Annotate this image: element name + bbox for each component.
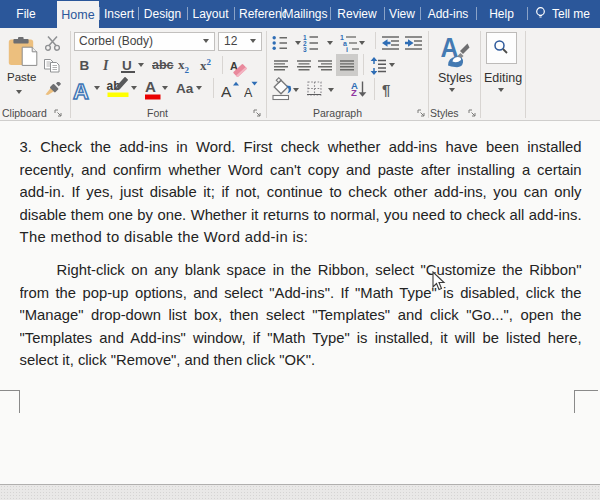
- svg-text:3: 3: [303, 46, 307, 53]
- svg-text:A: A: [221, 83, 232, 98]
- svg-text:A: A: [145, 80, 156, 95]
- svg-text:i: i: [346, 46, 348, 52]
- svg-text:Z: Z: [351, 87, 357, 98]
- svg-text:A: A: [244, 86, 253, 98]
- svg-text:A: A: [73, 81, 89, 101]
